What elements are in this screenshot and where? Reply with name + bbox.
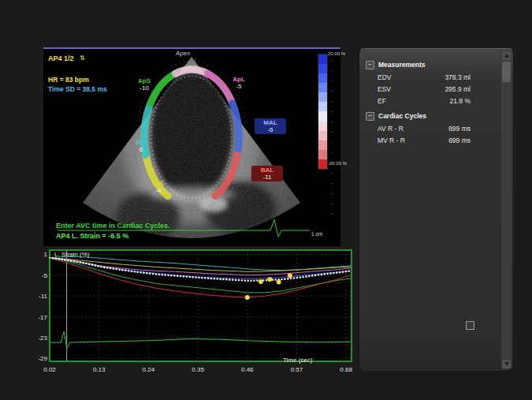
measurement-label: AV R - R — [378, 125, 423, 133]
measurement-value: 699 ms — [423, 136, 471, 144]
measurement-value: 699 ms — [423, 125, 471, 133]
segment-name: ApL — [223, 76, 255, 83]
collapse-icon[interactable] — [366, 61, 374, 69]
plot-background — [50, 250, 352, 361]
view-label: AP4 1/2 — [48, 54, 74, 62]
colorbar-block — [318, 83, 327, 92]
chart-ylabel: L. Strain (%) — [54, 251, 89, 258]
x-tick-label: 0.46 — [241, 366, 254, 373]
peak-strain-marker[interactable] — [259, 279, 263, 284]
segment-value: -6 — [255, 126, 286, 133]
segment-name: BIS — [143, 180, 174, 187]
segment-value: -11 — [251, 174, 283, 181]
section-title: Cardiac Cycles — [378, 112, 426, 120]
y-tick-label: -11 — [39, 293, 48, 300]
scrollbar-thumb[interactable] — [502, 62, 511, 82]
measurement-row-mv-rr: MV R - R 699 ms — [366, 134, 496, 146]
colorbar-block — [318, 131, 327, 140]
section-header-measurements[interactable]: Measurements — [366, 58, 496, 71]
colorbar-block — [318, 102, 327, 111]
measurement-value: 295.9 ml — [423, 85, 471, 93]
colorbar-block — [318, 159, 327, 169]
measurements-panel: Measurements EDV 378.3 ml ESV 295.9 ml E… — [359, 48, 514, 372]
colorbar-block — [318, 150, 327, 159]
segment-value: -4 — [143, 187, 174, 194]
strain-chart: 0.020.130.240.350.460.570.681-5-11-17-23… — [35, 247, 359, 377]
page-arrows-icon[interactable]: ⇅ — [80, 54, 85, 62]
chart-xlabel: Time (sec) — [283, 357, 312, 364]
apex-label: Apex — [176, 50, 190, 57]
strain-result: AP4 L. Strain = -6.5 % — [56, 232, 128, 240]
colorbar-block — [318, 92, 327, 102]
segment-label-bis: BIS -4 — [143, 180, 174, 194]
depth-scale-label: 1 cm — [311, 231, 322, 237]
measurement-value: 21.8 % — [423, 97, 471, 105]
peak-strain-marker[interactable] — [277, 280, 281, 285]
peak-strain-marker[interactable] — [267, 277, 272, 282]
strain-colorbar — [318, 54, 328, 170]
x-tick-label: 0.24 — [143, 366, 155, 373]
measurement-label: ESV — [378, 85, 423, 93]
scrollbar[interactable] — [501, 50, 512, 369]
measurement-row-ef: EF 21.8 % — [366, 95, 496, 107]
colorbar-min-label: -20.00 % — [328, 161, 347, 166]
triangle-up-icon — [504, 54, 509, 58]
peak-strain-marker[interactable] — [288, 273, 292, 278]
colorbar-block — [318, 64, 327, 73]
segment-label-apl: ApL -5 — [223, 76, 255, 90]
y-tick-label: -5 — [42, 272, 48, 279]
heart-rate-label: HR = 83 bpm — [48, 76, 89, 84]
scroll-up-button[interactable] — [502, 51, 511, 60]
triangle-down-icon — [504, 362, 509, 366]
colorbar-block — [318, 73, 327, 83]
measurement-label: EDV — [378, 73, 423, 81]
measurement-label: EF — [378, 97, 423, 105]
segment-name: MAL — [255, 119, 286, 126]
scroll-down-button[interactable] — [502, 360, 511, 368]
y-tick-label: -23 — [38, 335, 47, 342]
small-square-icon[interactable] — [466, 321, 474, 330]
collapse-icon[interactable] — [366, 112, 374, 121]
x-tick-label: 0.68 — [340, 366, 352, 373]
x-tick-label: 0.02 — [43, 366, 56, 373]
section-title: Measurements — [378, 61, 426, 69]
segment-label-mal: MAL -6 — [255, 118, 286, 134]
apex-arrow-icon: ↓ — [194, 56, 197, 62]
segment-value: -10 — [128, 84, 160, 92]
measurement-row-av-rr: AV R - R 699 ms — [366, 122, 496, 134]
x-tick-label: 0.13 — [93, 366, 106, 373]
colorbar-block — [318, 54, 327, 64]
colorbar-max-label: 20.00 % — [328, 51, 345, 56]
peak-strain-marker[interactable] — [245, 295, 250, 300]
x-tick-label: 0.57 — [291, 366, 303, 373]
segment-value: -5 — [223, 83, 255, 90]
section-header-cardiac-cycles[interactable]: Cardiac Cycles — [366, 110, 496, 122]
avc-prompt: Enter AVC time in Cardiac Cycles. — [56, 222, 170, 230]
measurement-label: MV R - R — [378, 136, 423, 144]
segment-value: 6 — [125, 146, 157, 153]
colorbar-block — [318, 121, 327, 131]
measurement-value: 378.3 ml — [423, 73, 471, 81]
measurement-row-edv: EDV 378.3 ml — [366, 71, 496, 83]
colorbar-block — [318, 140, 327, 150]
segment-label-aps: ApS -10 — [128, 77, 160, 92]
x-tick-label: 0.35 — [192, 366, 204, 373]
segment-name: MIS — [125, 139, 157, 146]
panel-content: Measurements EDV 378.3 ml ESV 295.9 ml E… — [366, 58, 496, 146]
y-tick-label: -17 — [38, 314, 47, 321]
echocardiography-app-window: AP4 1/2 ⇅ HR = 83 bpm Time SD = 38.5 ms … — [0, 0, 532, 400]
ultrasound-view: AP4 1/2 ⇅ HR = 83 bpm Time SD = 38.5 ms … — [43, 49, 340, 246]
measurement-row-esv: ESV 295.9 ml — [366, 83, 496, 95]
segment-label-mis: MIS 6 — [125, 139, 157, 153]
time-sd-label: Time SD = 38.5 ms — [48, 85, 107, 93]
segment-label-bal: BAL -11 — [251, 166, 283, 181]
y-tick-label: 1 — [44, 251, 48, 258]
colorbar-block — [318, 111, 327, 121]
segment-name: ApS — [128, 77, 160, 84]
y-tick-label: -29 — [38, 355, 47, 362]
segment-name: BAL — [251, 166, 283, 174]
